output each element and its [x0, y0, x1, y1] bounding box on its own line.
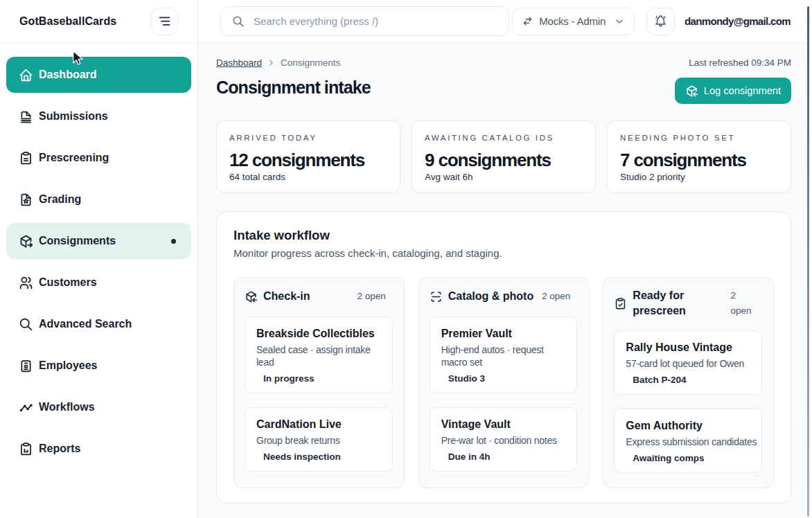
- package-import-icon: [245, 290, 258, 303]
- sidebar-item-label: Employees: [39, 359, 97, 372]
- task-title: CardNation Live: [256, 418, 381, 431]
- sidebar-item-label: Submissions: [39, 110, 108, 123]
- sidebar-item-label: Prescreening: [39, 152, 109, 164]
- sidebar-item-label: Dashboard: [39, 69, 97, 81]
- topbar: Mocks - Admin danmondy@gmail.com: [198, 0, 812, 43]
- stat-value: 7 consignments: [620, 150, 778, 170]
- task-description: Express submission candidates: [626, 436, 750, 448]
- sidebar-item-consignments[interactable]: Consignments: [6, 223, 191, 259]
- clipboard-text-icon: [19, 151, 33, 166]
- task-status: Due in 4h: [441, 452, 566, 463]
- file-star-icon: [19, 193, 33, 207]
- sidebar-item-workflows[interactable]: Workflows: [6, 389, 191, 425]
- workflow-column-check-in: Check-in 2 open Breakside Collectibles S…: [233, 277, 405, 488]
- sidebar-item-grading[interactable]: Grading: [6, 181, 191, 217]
- consignments-activity-dot: [171, 239, 176, 244]
- page-title: Consignment intake: [216, 78, 371, 98]
- task-card-cardnation-live[interactable]: CardNation Live Group break returns Need…: [245, 407, 393, 472]
- column-header: Catalog & photo 2 open: [430, 288, 578, 305]
- workflow-column-ready-for-prescreen: Ready for prescreen 2 open Rally House V…: [603, 277, 774, 488]
- breadcrumb-row: Dashboard Consignments Last refreshed 09…: [216, 57, 791, 68]
- sidebar-item-label: Customers: [39, 276, 97, 289]
- environment-switcher[interactable]: Mocks - Admin: [512, 8, 635, 35]
- bell-ringing-icon: [653, 14, 668, 28]
- task-title: Vintage Vault: [441, 418, 566, 431]
- menu-deep-icon: [157, 14, 172, 28]
- column-open-count: 2 open: [357, 289, 392, 304]
- main-content: Dashboard Consignments Last refreshed 09…: [198, 43, 812, 518]
- last-refreshed: Last refreshed 09:34 PM: [689, 57, 791, 68]
- content-shell: Mocks - Admin danmondy@gmail.com Dashboa…: [198, 0, 812, 518]
- task-status: In progress: [256, 373, 381, 384]
- breadcrumb-dashboard-link[interactable]: Dashboard: [216, 57, 262, 68]
- column-cards: Rally House Vintage 57-card lot queued f…: [614, 330, 762, 473]
- stat-caption: Studio 2 priority: [620, 172, 778, 182]
- task-description: Sealed case · assign intake lead: [256, 343, 381, 368]
- column-header: Ready for prescreen 2 open: [614, 288, 762, 319]
- task-card-vintage-vault[interactable]: Vintage Vault Pre-war lot · condition no…: [430, 407, 578, 472]
- panel-title: Intake workflow: [233, 228, 774, 243]
- task-card-breakside-collectibles[interactable]: Breakside Collectibles Sealed case · ass…: [245, 316, 393, 393]
- task-title: Rally House Vintage: [626, 341, 750, 355]
- sidebar-item-customers[interactable]: Customers: [6, 265, 191, 301]
- task-title: Breakside Collectibles: [256, 327, 381, 341]
- column-open-count: 2 open: [542, 289, 577, 304]
- stat-label: ARRIVED TODAY: [229, 134, 387, 142]
- arrows-exchange-icon: [522, 15, 533, 27]
- column-title: Check-in: [263, 289, 310, 304]
- search-icon: [232, 15, 245, 28]
- task-title: Premier Vault: [441, 327, 566, 341]
- global-search-box[interactable]: [220, 6, 509, 36]
- workflow-column-catalog-photo: Catalog & photo 2 open Premier Vault Hig…: [418, 277, 590, 488]
- task-card-rally-house-vintage[interactable]: Rally House Vintage 57-card lot queued f…: [614, 330, 762, 395]
- stat-card-needing-photo-set: NEEDING PHOTO SET 7 consignments Studio …: [607, 120, 791, 193]
- id-badge-icon: [19, 359, 33, 373]
- sidebar-item-prescreening[interactable]: Prescreening: [6, 140, 191, 176]
- task-description: 57-card lot queued for Owen: [626, 357, 750, 370]
- sidebar-item-submissions[interactable]: Submissions: [6, 98, 191, 134]
- sidebar-header: GotBaseballCards: [0, 0, 197, 43]
- document-lines-icon: [19, 109, 33, 124]
- column-header: Check-in 2 open: [245, 288, 393, 305]
- sidebar-item-advanced-search[interactable]: Advanced Search: [6, 306, 191, 342]
- page-scrollbar[interactable]: [806, 0, 812, 518]
- sidebar-nav: Dashboard Submissions Prescreening Gradi…: [0, 43, 197, 467]
- chevron-down-icon: [614, 16, 625, 27]
- package-export-icon: [19, 234, 33, 249]
- scrollbar-thumb[interactable]: [807, 6, 809, 517]
- stat-caption: 64 total cards: [229, 172, 387, 182]
- clipboard-chart-icon: [19, 442, 33, 456]
- notifications-button[interactable]: [646, 8, 675, 35]
- stat-card-awaiting-catalog-ids: AWAITING CATALOG IDS 9 consignments Avg …: [412, 120, 596, 193]
- column-open-count: 2 open: [730, 288, 762, 319]
- task-title: Gem Authority: [626, 419, 750, 433]
- breadcrumb: Dashboard Consignments: [216, 57, 340, 68]
- task-card-gem-authority[interactable]: Gem Authority Express submission candida…: [614, 409, 762, 473]
- sidebar-item-label: Advanced Search: [39, 318, 132, 330]
- column-cards: Breakside Collectibles Sealed case · ass…: [245, 316, 393, 472]
- stat-value: 9 consignments: [425, 150, 583, 170]
- sidebar: GotBaseballCards Dashboard Submissions P…: [0, 0, 198, 518]
- task-card-premier-vault[interactable]: Premier Vault High-end autos · request m…: [430, 316, 578, 393]
- users-icon: [19, 276, 33, 290]
- task-description: High-end autos · request macro set: [441, 343, 566, 368]
- sidebar-item-label: Reports: [39, 443, 80, 455]
- column-title: Ready for prescreen: [633, 288, 725, 319]
- task-status: Batch P-204: [626, 375, 750, 386]
- task-status: Awaiting comps: [626, 453, 750, 464]
- chevron-right-icon: [267, 58, 276, 67]
- stat-value: 12 consignments: [229, 150, 387, 170]
- sidebar-item-label: Grading: [39, 193, 81, 206]
- collapse-menu-button[interactable]: [150, 8, 178, 35]
- stat-label: AWAITING CATALOG IDS: [425, 134, 583, 142]
- user-email[interactable]: danmondy@gmail.com: [685, 15, 791, 27]
- log-consignment-button[interactable]: Log consignment: [675, 78, 791, 104]
- search-input[interactable]: [254, 15, 497, 27]
- scan-icon: [430, 290, 443, 303]
- environment-label: Mocks - Admin: [539, 15, 606, 27]
- stat-cards: ARRIVED TODAY 12 consignments 64 total c…: [216, 120, 791, 193]
- sidebar-item-dashboard[interactable]: Dashboard: [6, 57, 191, 93]
- sidebar-item-reports[interactable]: Reports: [6, 431, 191, 467]
- intake-workflow-panel: Intake workflow Monitor progress across …: [216, 211, 791, 503]
- sidebar-item-employees[interactable]: Employees: [6, 348, 191, 384]
